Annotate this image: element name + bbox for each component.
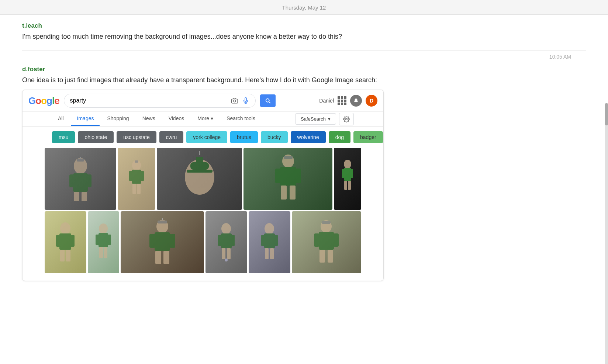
username-dfoster: d.foster [22,66,586,73]
image-7[interactable] [88,211,119,273]
chat-area: t.leach I'm spending too much time remov… [0,15,608,297]
svg-rect-26 [275,169,281,183]
svg-rect-21 [196,157,203,164]
svg-rect-76 [322,221,331,224]
safe-search-button[interactable]: SafeSearch ▾ [295,113,336,125]
tab-images[interactable]: Images [71,112,100,126]
apps-grid-icon[interactable] [338,96,346,105]
svg-rect-55 [158,221,167,223]
svg-rect-58 [221,233,232,248]
svg-point-43 [99,223,108,234]
svg-rect-16 [132,184,136,194]
chip-msu[interactable]: msu [52,131,75,143]
svg-rect-6 [69,174,75,187]
svg-point-37 [60,222,70,234]
svg-rect-68 [265,248,269,259]
logo-o1: o [35,95,41,106]
timestamp: 10:05 AM [22,54,586,60]
image-2[interactable] [118,148,155,210]
tab-search-tools[interactable]: Search tools [221,112,261,126]
image-row-2 [45,211,361,273]
logo-o2: o [41,95,46,106]
svg-rect-61 [222,248,225,259]
image-8[interactable] [121,211,204,273]
chip-badger[interactable]: badger [353,131,383,143]
svg-rect-8 [74,192,79,201]
image-1[interactable] [45,148,116,210]
image-9[interactable] [205,211,247,273]
username-tleach: t.leach [22,22,586,30]
google-nav: All Images Shopping News Videos More ▾ S… [23,112,383,126]
svg-rect-50 [155,232,170,251]
svg-rect-25 [280,167,296,186]
chevron-down-icon: ▾ [211,115,213,121]
svg-rect-72 [314,233,319,247]
svg-rect-60 [231,235,235,246]
svg-rect-75 [328,250,333,263]
message-text-2: One idea is to just find images that alr… [22,75,586,85]
svg-rect-38 [59,233,71,250]
google-header: Google [23,90,383,112]
google-logo: Google [28,95,59,107]
svg-rect-13 [132,170,141,184]
svg-point-63 [225,259,228,261]
search-input[interactable] [70,97,227,104]
image-4[interactable] [243,148,332,210]
svg-rect-47 [99,247,103,258]
search-bar [64,94,256,108]
svg-rect-71 [319,232,334,250]
svg-rect-14 [129,171,133,181]
message-text-1: I'm spending too much time removing the … [22,32,586,42]
header-right: Daniel [319,95,377,107]
image-10[interactable] [249,211,290,273]
notifications-icon[interactable] [350,95,362,107]
chip-brutus[interactable]: brutus [230,131,258,143]
svg-rect-42 [66,250,70,261]
image-3[interactable] [157,148,242,210]
scrollbar[interactable] [605,103,608,364]
logo-g2: g [46,95,52,106]
chip-usc-upstate[interactable]: usc upstate [117,131,156,143]
camera-icon[interactable] [231,97,238,104]
svg-rect-39 [56,235,61,247]
chip-bucky[interactable]: bucky [261,131,288,143]
search-button[interactable] [260,94,276,107]
svg-rect-33 [342,169,345,178]
chip-dog[interactable]: dog [329,131,350,143]
svg-rect-40 [70,235,75,247]
tab-all[interactable]: All [52,112,70,126]
svg-rect-62 [227,248,231,259]
chip-wolverine[interactable]: wolverine [291,131,326,143]
svg-rect-34 [350,169,353,178]
svg-point-64 [265,223,274,234]
svg-rect-67 [274,235,278,246]
main-container: Thursday, May 12 t.leach I'm spending to… [0,0,608,364]
svg-rect-9 [82,192,87,201]
image-6[interactable] [45,211,86,273]
avatar[interactable]: D [366,95,377,107]
tab-more[interactable]: More ▾ [191,112,219,126]
svg-rect-10 [77,159,84,162]
svg-rect-17 [137,184,141,194]
tab-videos[interactable]: Videos [163,112,190,126]
settings-button[interactable] [339,113,354,125]
date-text: Thursday, May 12 [282,4,326,11]
svg-point-0 [234,100,236,102]
image-5[interactable] [334,148,361,210]
date-bar: Thursday, May 12 [0,0,608,15]
chip-york-college[interactable]: york college [186,131,227,143]
svg-rect-74 [319,250,325,263]
logo-g: G [28,95,35,106]
tab-shopping[interactable]: Shopping [101,112,135,126]
mic-icon[interactable] [242,97,249,104]
scrollbar-thumb[interactable] [605,103,608,125]
svg-rect-23 [187,170,213,173]
tab-news[interactable]: News [137,112,161,126]
filter-chips: msu ohio state usc upstate cwru york col… [23,126,383,148]
message-block-2: d.foster One idea is to just find images… [22,66,586,281]
image-11[interactable] [292,211,361,273]
chip-ohio-state[interactable]: ohio state [78,131,114,143]
chip-cwru[interactable]: cwru [159,131,184,143]
svg-point-3 [346,118,348,120]
image-grid [23,148,383,281]
